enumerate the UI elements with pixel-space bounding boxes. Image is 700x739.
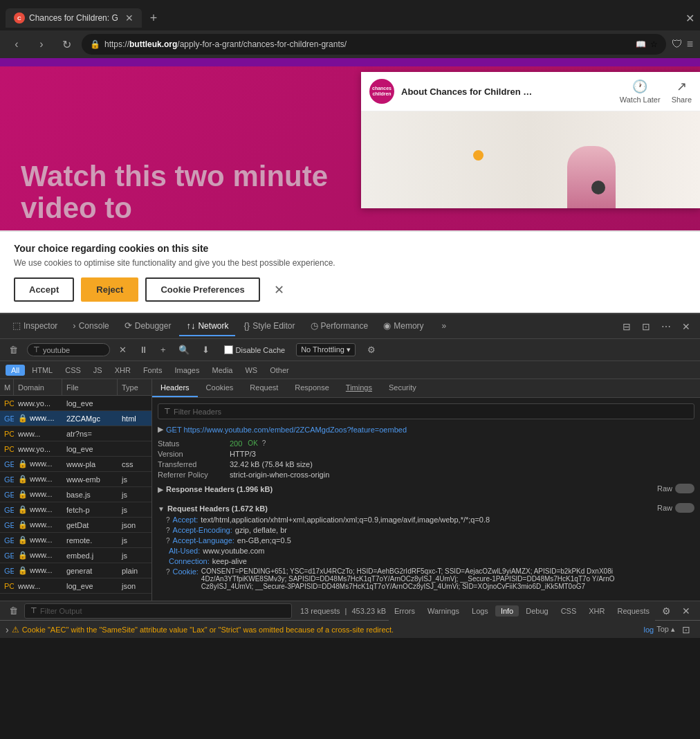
filter-html[interactable]: HTML — [26, 365, 58, 376]
filter-all[interactable]: All — [6, 365, 25, 376]
request-headers-toggle[interactable]: ▼ Request Headers (1.672 kB) — [158, 504, 268, 513]
network-filter-input[interactable]: ⊤ youtube — [27, 343, 110, 356]
cookie-buttons: Accept Reject Cookie Preferences ✕ — [14, 277, 686, 302]
more-tools-button[interactable]: » — [435, 317, 454, 336]
share-button[interactable]: ↗ Share — [672, 79, 692, 104]
top-button[interactable]: Top ▴ — [656, 625, 675, 634]
request-tab[interactable]: Request — [241, 379, 286, 397]
cookie-preferences-button[interactable]: Cookie Preferences — [145, 277, 259, 302]
active-tab[interactable]: C Chances for Children: G ✕ — [6, 8, 142, 28]
warning-text: Cookie "AEC" with the "SameSite" attribu… — [22, 626, 641, 634]
network-tab[interactable]: ↑↓ Network — [179, 316, 235, 336]
video-thumbnail[interactable] — [361, 111, 700, 208]
css-tab[interactable]: CSS — [555, 605, 582, 617]
cookie-close-button[interactable]: ✕ — [274, 282, 284, 298]
inspector-tab[interactable]: ⬚ Inspector — [6, 316, 64, 336]
table-row[interactable]: GE 🔒 www... base.js js — [0, 487, 151, 502]
nav-actions: 🛡 ≡ — [672, 38, 693, 51]
table-row[interactable]: GE 🔒 www... www-emb js — [0, 472, 151, 487]
filter-fonts[interactable]: Fonts — [138, 365, 168, 376]
forward-button[interactable]: › — [32, 35, 51, 54]
request-rows: PO www.yo... log_eve GE 🔒 www.... 2ZCAMg… — [0, 396, 151, 601]
table-row[interactable]: GE 🔒 www... remote. js — [0, 533, 151, 548]
domain-cell: 🔒 www... — [14, 518, 62, 532]
split-view-button[interactable]: ⊟ — [618, 318, 635, 335]
filter-ws[interactable]: WS — [239, 365, 263, 376]
watch-later-button[interactable]: 🕐 Watch Later — [620, 79, 661, 104]
method-cell: PO — [0, 426, 14, 441]
filter-js[interactable]: JS — [88, 365, 108, 376]
window-close-button[interactable]: ✕ — [685, 12, 694, 25]
accept-button[interactable]: Accept — [14, 277, 74, 302]
console-close-btn[interactable]: ✕ — [678, 603, 694, 619]
raw-toggle-switch-2[interactable] — [675, 503, 694, 513]
method-cell: GE — [0, 563, 14, 578]
disable-cache-checkbox[interactable] — [224, 345, 233, 354]
headers-tab[interactable]: Headers — [152, 379, 198, 397]
table-row[interactable]: PO www... atr?ns= — [0, 426, 151, 441]
filter-output-bar[interactable]: ⊤ Filter Output — [24, 603, 292, 619]
new-tab-button[interactable]: + — [145, 8, 163, 28]
table-row[interactable]: GE 🔒 www... embed.j js — [0, 548, 151, 563]
logs-tab[interactable]: Logs — [466, 605, 494, 617]
filter-headers-input[interactable]: ⊤ Filter Headers — [158, 403, 694, 419]
style-editor-tab[interactable]: {} Style Editor — [237, 316, 302, 336]
info-tab[interactable]: Info — [495, 605, 519, 617]
cookie-description: We use cookies to optimise site function… — [14, 258, 686, 268]
debugger-tab[interactable]: ⟳ Debugger — [118, 316, 178, 336]
requests-tab[interactable]: Requests — [612, 605, 655, 617]
search-button[interactable]: 🔍 — [175, 343, 193, 356]
table-row[interactable]: GE 🔒 www... www-pla css — [0, 457, 151, 472]
errors-tab[interactable]: Errors — [389, 605, 421, 617]
filter-media[interactable]: Media — [206, 365, 238, 376]
url-bar[interactable]: 🔒 https://buttleuk.org/apply-for-a-grant… — [82, 34, 666, 55]
reject-button[interactable]: Reject — [81, 277, 138, 302]
expand-console-button[interactable]: › — [6, 624, 9, 635]
pocket-button[interactable]: 🛡 — [672, 38, 683, 51]
clear-filter-button[interactable]: ✕ — [116, 343, 130, 356]
cookie-banner: Your choice regarding cookies on this si… — [0, 230, 700, 313]
pause-recording-button[interactable]: ⏸ — [136, 343, 151, 356]
timings-tab[interactable]: Timings — [338, 379, 380, 397]
menu-button[interactable]: ≡ — [687, 38, 693, 51]
table-row[interactable]: GE 🔒 www... getDat json — [0, 518, 151, 533]
clear-network-button[interactable]: 🗑 — [6, 343, 21, 356]
add-filter-button[interactable]: + — [157, 343, 169, 356]
table-row[interactable]: GE 🔒 www... generat plain — [0, 563, 151, 578]
back-button[interactable]: ‹ — [7, 35, 26, 54]
close-devtools-button[interactable]: ✕ — [678, 318, 694, 335]
table-row[interactable]: GE 🔒 www.... 2ZCAMgc html — [0, 411, 151, 426]
table-row[interactable]: PO www.yo... log_eve — [0, 396, 151, 411]
log-link[interactable]: log — [644, 626, 654, 634]
warnings-tab[interactable]: Warnings — [422, 605, 465, 617]
import-har-button[interactable]: ⬇ — [199, 343, 213, 356]
network-settings-button[interactable]: ⚙ — [364, 343, 379, 356]
reload-button[interactable]: ↻ — [57, 35, 76, 54]
throttle-select[interactable]: No Throttling ▾ — [296, 343, 356, 356]
response-tab[interactable]: Response — [286, 379, 338, 397]
tab-close-button[interactable]: ✕ — [125, 12, 133, 24]
console-settings-btn[interactable]: ⚙ — [658, 603, 675, 619]
overflow-button[interactable]: ⋯ — [657, 318, 675, 335]
memory-tab[interactable]: ◉ Memory — [376, 316, 430, 336]
disable-cache-control: Disable Cache — [224, 345, 286, 354]
filter-other[interactable]: Other — [264, 365, 295, 376]
responsive-mode-button[interactable]: ⊡ — [678, 621, 694, 638]
clear-bottom-button[interactable]: 🗑 — [6, 604, 21, 617]
console-tab[interactable]: › Console — [66, 316, 116, 336]
raw-toggle-switch[interactable] — [675, 484, 694, 493]
table-row[interactable]: GE 🔒 www... fetch-p js — [0, 502, 151, 518]
cookies-tab[interactable]: Cookies — [198, 379, 242, 397]
dock-button[interactable]: ⊡ — [638, 318, 654, 335]
table-row[interactable]: PO www... log_eve json — [0, 578, 151, 594]
filter-images[interactable]: Images — [169, 365, 205, 376]
filter-css[interactable]: CSS — [59, 365, 86, 376]
performance-tab[interactable]: ◷ Performance — [304, 316, 376, 336]
debug-tab[interactable]: Debug — [520, 605, 553, 617]
version-row: Version HTTP/3 — [158, 450, 694, 458]
filter-xhr[interactable]: XHR — [109, 365, 136, 376]
table-row[interactable]: PO www.yo... log_eve — [0, 441, 151, 457]
security-tab[interactable]: Security — [380, 379, 425, 397]
response-headers-toggle[interactable]: ▶ Response Headers (1.996 kB) — [158, 485, 273, 493]
xhr-tab[interactable]: XHR — [583, 605, 610, 617]
